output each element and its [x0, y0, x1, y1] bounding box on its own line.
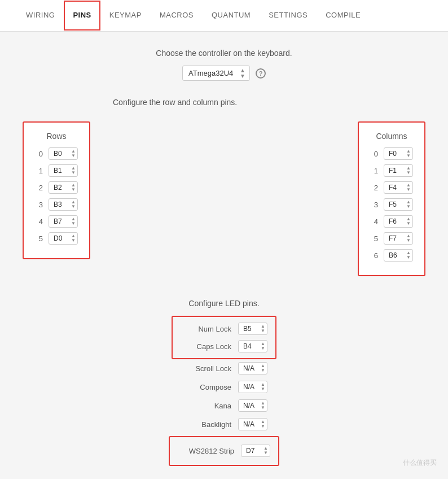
row-2: 2 B2 ▲▼ — [35, 181, 78, 194]
led-select-wrapper-scrolllock: N/A ▲▼ — [238, 362, 267, 375]
col-5: 5 F7▲▼ — [370, 232, 413, 245]
ws-bordered-group: WS2812 Strip D7 ▲▼ — [169, 436, 279, 466]
row-index-2: 2 — [35, 184, 43, 192]
pins-config-label: Configure the row and column pins. — [113, 98, 237, 107]
led-title: Configure LED pins. — [188, 299, 259, 308]
led-select-wrapper-kana: N/A ▲▼ — [238, 399, 267, 412]
nav-bar: WIRING PINS KEYMAP MACROS QUANTUM SETTIN… — [0, 0, 448, 32]
led-select-kana[interactable]: N/A — [238, 399, 267, 412]
col-6: 6 B6▲▼ — [370, 249, 413, 262]
columns-group: Columns 0 F0▲▼ 1 F1▲▼ 2 F4▲▼ — [358, 121, 425, 276]
col-select-5[interactable]: F7 — [384, 232, 413, 245]
col-select-2[interactable]: F4 — [384, 181, 413, 194]
led-row-backlight: Backlight N/A ▲▼ — [181, 415, 267, 434]
col-index-5: 5 — [370, 234, 378, 243]
col-index-0: 0 — [370, 150, 378, 158]
controller-label: Choose the controller on the keyboard. — [23, 49, 425, 58]
led-select-scrolllock[interactable]: N/A — [238, 362, 267, 375]
controller-select-wrapper: ATmega32U4 ▲▼ — [182, 66, 250, 81]
pins-section: Rows 0 B0 ▲▼ 1 B1 ▲▼ 2 — [23, 121, 425, 276]
led-row-ws2812: WS2812 Strip D7 ▲▼ — [178, 441, 270, 461]
row-index-5: 5 — [35, 234, 43, 243]
row-select-wrapper-2: B2 ▲▼ — [49, 181, 78, 194]
led-row-numlock: Num Lock B5 ▲▼ — [181, 320, 267, 338]
col-index-2: 2 — [370, 184, 378, 192]
row-select-wrapper-4: B7 ▲▼ — [49, 215, 78, 228]
help-icon[interactable]: ? — [256, 68, 266, 79]
row-select-1[interactable]: B1 — [49, 164, 78, 177]
nav-item-compile[interactable]: COMPILE — [317, 1, 370, 31]
row-select-2[interactable]: B2 — [49, 181, 78, 194]
columns-title: Columns — [370, 132, 413, 141]
led-select-ws2812[interactable]: D7 — [241, 445, 270, 457]
led-row-scrolllock: Scroll Lock N/A ▲▼ — [181, 359, 267, 378]
rows-title: Rows — [35, 132, 78, 141]
led-select-wrapper-capslock: B4 ▲▼ — [238, 340, 267, 352]
nav-item-pins[interactable]: PINS — [64, 1, 100, 31]
led-select-wrapper-ws2812: D7 ▲▼ — [241, 445, 270, 457]
row-4: 4 B7 ▲▼ — [35, 215, 78, 228]
led-label-kana: Kana — [181, 402, 231, 410]
col-select-4[interactable]: F6 — [384, 215, 413, 228]
led-select-compose[interactable]: N/A — [238, 381, 267, 393]
watermark: 什么值得买 — [403, 458, 437, 468]
nav-item-settings[interactable]: SETTINGS — [260, 1, 317, 31]
led-plain-group: Scroll Lock N/A ▲▼ Compose N/A ▲▼ Kana — [181, 359, 267, 434]
row-select-4[interactable]: B7 — [49, 215, 78, 228]
row-index-3: 3 — [35, 201, 43, 209]
led-label-compose: Compose — [181, 383, 231, 391]
col-0: 0 F0▲▼ — [370, 147, 413, 160]
led-row-compose: Compose N/A ▲▼ — [181, 378, 267, 397]
led-select-wrapper-backlight: N/A ▲▼ — [238, 418, 267, 430]
row-select-wrapper-0: B0 ▲▼ — [49, 147, 78, 160]
led-row-kana: Kana N/A ▲▼ — [181, 397, 267, 415]
led-select-backlight[interactable]: N/A — [238, 418, 267, 430]
led-label-scrolllock: Scroll Lock — [181, 364, 231, 373]
led-row-capslock: Caps Lock B4 ▲▼ — [181, 338, 267, 355]
row-select-wrapper-5: D0 ▲▼ — [49, 232, 78, 245]
col-select-1[interactable]: F1 — [384, 164, 413, 177]
col-3: 3 F5▲▼ — [370, 198, 413, 211]
row-index-4: 4 — [35, 217, 43, 226]
led-select-capslock[interactable]: B4 — [238, 340, 267, 352]
col-2: 2 F4▲▼ — [370, 181, 413, 194]
row-3: 3 B3 ▲▼ — [35, 198, 78, 211]
row-select-wrapper-1: B1 ▲▼ — [49, 164, 78, 177]
led-select-wrapper-compose: N/A ▲▼ — [238, 381, 267, 393]
col-index-4: 4 — [370, 217, 378, 226]
controller-row: ATmega32U4 ▲▼ ? — [23, 66, 425, 81]
led-bordered-group: Num Lock B5 ▲▼ Caps Lock B4 ▲▼ — [172, 316, 276, 359]
main-content: Choose the controller on the keyboard. A… — [0, 32, 448, 479]
col-4: 4 F6▲▼ — [370, 215, 413, 228]
nav-item-keymap[interactable]: KEYMAP — [100, 1, 151, 31]
led-section: Configure LED pins. Num Lock B5 ▲▼ Caps … — [23, 299, 425, 466]
row-index-1: 1 — [35, 167, 43, 175]
row-index-0: 0 — [35, 150, 43, 158]
nav-item-macros[interactable]: MACROS — [151, 1, 203, 31]
led-label-numlock: Num Lock — [181, 325, 231, 333]
col-index-3: 3 — [370, 201, 378, 209]
row-select-wrapper-3: B3 ▲▼ — [49, 198, 78, 211]
led-label-backlight: Backlight — [181, 420, 231, 429]
led-select-numlock[interactable]: B5 — [238, 323, 267, 335]
row-0: 0 B0 ▲▼ — [35, 147, 78, 160]
app-container: WIRING PINS KEYMAP MACROS QUANTUM SETTIN… — [0, 0, 448, 479]
col-1: 1 F1▲▼ — [370, 164, 413, 177]
col-index-6: 6 — [370, 251, 378, 260]
rows-group: Rows 0 B0 ▲▼ 1 B1 ▲▼ 2 — [23, 121, 90, 259]
col-select-0[interactable]: F0 — [384, 147, 413, 160]
led-label-capslock: Caps Lock — [181, 342, 231, 351]
controller-select[interactable]: ATmega32U4 — [182, 66, 250, 81]
row-1: 1 B1 ▲▼ — [35, 164, 78, 177]
nav-item-wiring[interactable]: WIRING — [17, 1, 64, 31]
nav-item-quantum[interactable]: QUANTUM — [203, 1, 260, 31]
col-select-6[interactable]: B6 — [384, 249, 413, 262]
row-select-0[interactable]: B0 — [49, 147, 78, 160]
led-select-wrapper-numlock: B5 ▲▼ — [238, 323, 267, 335]
row-select-3[interactable]: B3 — [49, 198, 78, 211]
row-select-5[interactable]: D0 — [49, 232, 78, 245]
row-5: 5 D0 ▲▼ — [35, 232, 78, 245]
col-select-3[interactable]: F5 — [384, 198, 413, 211]
led-label-ws2812: WS2812 Strip — [178, 447, 234, 455]
col-index-1: 1 — [370, 167, 378, 175]
